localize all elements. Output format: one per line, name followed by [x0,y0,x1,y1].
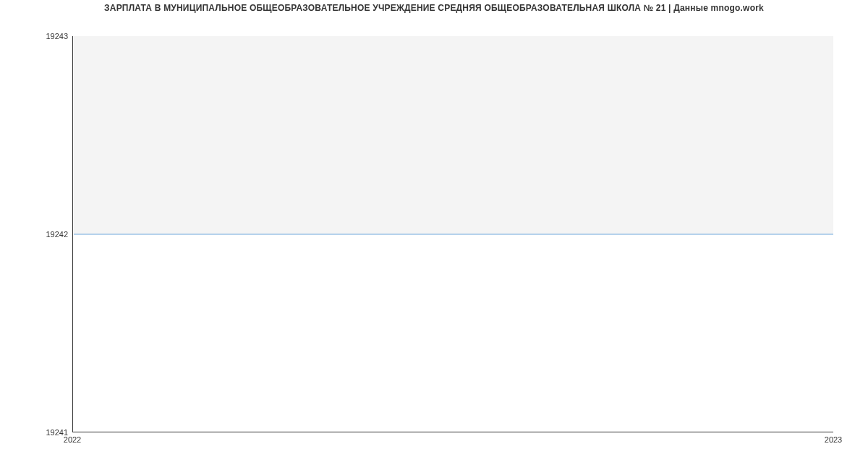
y-tick-label: 19243 [46,32,68,40]
x-axis: 2022 2023 [72,432,833,447]
plot-background-lower [74,234,833,432]
chart-title: ЗАРПЛАТА В МУНИЦИПАЛЬНОЕ ОБЩЕОБРАЗОВАТЕЛ… [0,3,868,13]
y-tick-label: 19242 [46,230,68,239]
y-axis: 19243 19242 19241 [0,36,72,432]
series-line-salary [74,234,833,234]
plot-background-upper [74,36,833,234]
plot-area [72,36,833,432]
x-tick-label: 2022 [64,435,81,444]
chart-container: ЗАРПЛАТА В МУНИЦИПАЛЬНОЕ ОБЩЕОБРАЗОВАТЕЛ… [0,0,868,470]
x-tick-label: 2023 [825,435,842,444]
axes [72,36,833,432]
